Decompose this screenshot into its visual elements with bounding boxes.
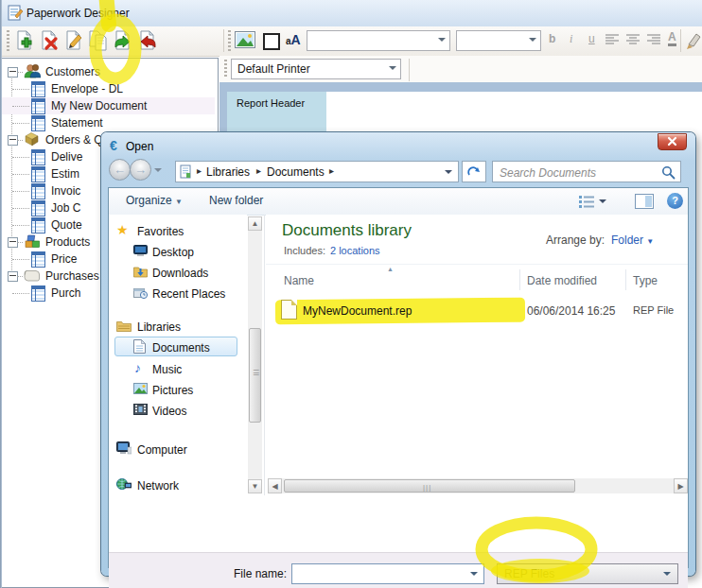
address-breadcrumb[interactable]: ▸ Libraries ▸ Documents ▸ [175, 161, 459, 182]
underline-button[interactable]: u [588, 32, 595, 45]
view-dropdown-icon[interactable] [599, 199, 606, 203]
insert-picture-icon[interactable] [235, 31, 257, 54]
refresh-button[interactable] [462, 161, 486, 182]
file-name-cell[interactable]: MyNewDocument.rep [303, 304, 412, 318]
chevron-down-icon[interactable] [470, 572, 478, 576]
align-center-icon[interactable] [626, 34, 641, 46]
report-doc-icon [31, 285, 45, 302]
scroll-right-icon[interactable]: ▶ [674, 478, 688, 493]
tree-item-envelope-dl[interactable]: Envelope - DL [2, 80, 215, 97]
horizontal-scrollbar[interactable]: ◀ ▶ ||| [268, 478, 688, 493]
tree-item-label: Invoic [51, 184, 80, 198]
dialog-sidebar: ★ Favorites Desktop Downloads [109, 215, 247, 495]
sidebar-group-libraries[interactable]: Libraries [116, 318, 247, 337]
column-divider[interactable] [519, 269, 520, 290]
file-type-select[interactable]: REP Files [497, 563, 678, 584]
tree-item-customers[interactable]: Customers [2, 63, 215, 80]
sidebar-item-recent-places[interactable]: Recent Places [133, 285, 247, 303]
new-document-icon[interactable] [13, 29, 36, 52]
sidebar-item-videos[interactable]: Videos [133, 402, 247, 421]
forward-button[interactable]: → [130, 159, 151, 181]
recent-places-icon [133, 286, 148, 299]
recent-pages-dropdown-icon[interactable] [154, 168, 162, 172]
sidebar-item-label: Network [137, 479, 179, 493]
includes-locations-link[interactable]: 2 locations [330, 245, 380, 256]
arrange-by-label: Arrange by: [546, 233, 605, 247]
toolbar-grip[interactable] [7, 30, 9, 51]
sidebar-scrollbar[interactable]: ▲ ▼ ☰ [248, 216, 262, 493]
preview-pane-icon[interactable] [635, 194, 654, 209]
customers-icon [24, 63, 41, 78]
app-titlebar: Paperwork Designer [2, 0, 702, 27]
column-header-date-modified[interactable]: Date modified [527, 274, 597, 287]
file-name-combobox [291, 563, 484, 584]
sidebar-item-music[interactable]: ♪ Music [133, 360, 247, 379]
breadcrumb-documents[interactable]: Documents [267, 165, 325, 179]
scroll-down-icon[interactable]: ▼ [248, 479, 262, 493]
search-box [492, 161, 681, 182]
insert-box-icon[interactable] [263, 33, 280, 50]
search-icon[interactable] [661, 165, 676, 180]
computer-monitor-icon [116, 441, 132, 455]
tree-item-label: Envelope - DL [51, 82, 123, 95]
scroll-up-icon[interactable]: ▲ [248, 216, 262, 231]
view-list-icon[interactable] [578, 195, 595, 208]
bold-button[interactable]: b [549, 32, 555, 45]
products-cubes-icon [24, 233, 41, 249]
organize-menu[interactable]: Organize ▼ [126, 194, 183, 207]
tree-item-label: Price [51, 252, 77, 266]
column-divider[interactable] [625, 269, 626, 290]
sidebar-item-pictures[interactable]: Pictures [133, 381, 247, 400]
copy-document-icon[interactable] [87, 29, 110, 52]
font-size-select[interactable] [456, 30, 541, 51]
file-name-input[interactable] [297, 566, 462, 583]
pane-divider [264, 215, 265, 495]
tree-item-my-new-document[interactable]: My New Document [2, 97, 215, 114]
arrange-by-value[interactable]: Folder ▼ [611, 233, 654, 247]
tree-item-statement[interactable]: Statement [2, 114, 215, 131]
sidebar-group-favorites[interactable]: ★ Favorites [116, 222, 247, 241]
network-globe-icon [116, 477, 132, 491]
align-left-icon[interactable] [605, 34, 620, 46]
library-title: Documents library [282, 221, 412, 240]
new-folder-button[interactable]: New folder [209, 194, 263, 207]
align-right-icon[interactable] [647, 34, 661, 46]
file-date-cell: 06/06/2014 16:25 [527, 304, 615, 318]
italic-button[interactable]: i [570, 32, 572, 46]
tree-item-label: My New Document [51, 99, 147, 112]
printer-select-value: Default Printer [237, 62, 310, 76]
font-color-button[interactable]: A [668, 31, 676, 46]
printer-select[interactable]: Default Printer [231, 59, 401, 79]
column-header-type[interactable]: Type [633, 274, 658, 287]
sidebar-item-downloads[interactable]: Downloads [133, 264, 247, 283]
open-document-icon[interactable] [112, 29, 134, 52]
sidebar-group-network[interactable]: Network [116, 476, 247, 495]
delete-document-icon[interactable] [38, 29, 61, 52]
scroll-left-icon[interactable]: ◀ [268, 478, 282, 493]
film-icon [133, 404, 148, 415]
back-button[interactable]: ← [109, 159, 131, 181]
sidebar-item-desktop[interactable]: Desktop [133, 243, 247, 262]
report-header-band[interactable]: Report Header [227, 92, 326, 134]
tree-item-label: Estim [51, 167, 79, 181]
help-button[interactable]: ? [667, 193, 683, 209]
tree-item-label: Purch [51, 286, 80, 300]
app-title: Paperwork Designer [26, 7, 130, 20]
breadcrumb-libraries[interactable]: Libraries [206, 165, 250, 179]
font-icon[interactable]: aA [286, 32, 301, 47]
font-family-select[interactable] [307, 30, 450, 51]
format-painter-icon[interactable] [685, 31, 702, 50]
close-button[interactable] [658, 133, 687, 150]
sidebar-group-computer[interactable]: Computer [116, 441, 247, 459]
printer-toolbar-grip[interactable] [224, 60, 227, 78]
column-header-name[interactable]: Name [284, 274, 314, 287]
sidebar-item-documents[interactable]: Documents [133, 338, 247, 357]
search-input[interactable] [498, 164, 658, 182]
scrollbar-thumb[interactable]: ||| [284, 479, 575, 493]
import-document-icon[interactable] [136, 29, 159, 52]
tree-item-label: Delive [51, 150, 82, 164]
address-dropdown-icon[interactable] [445, 170, 452, 174]
scrollbar-thumb[interactable]: ☰ [249, 328, 261, 423]
edit-document-icon[interactable] [62, 29, 85, 52]
format-toolbar-grip[interactable] [228, 30, 231, 51]
